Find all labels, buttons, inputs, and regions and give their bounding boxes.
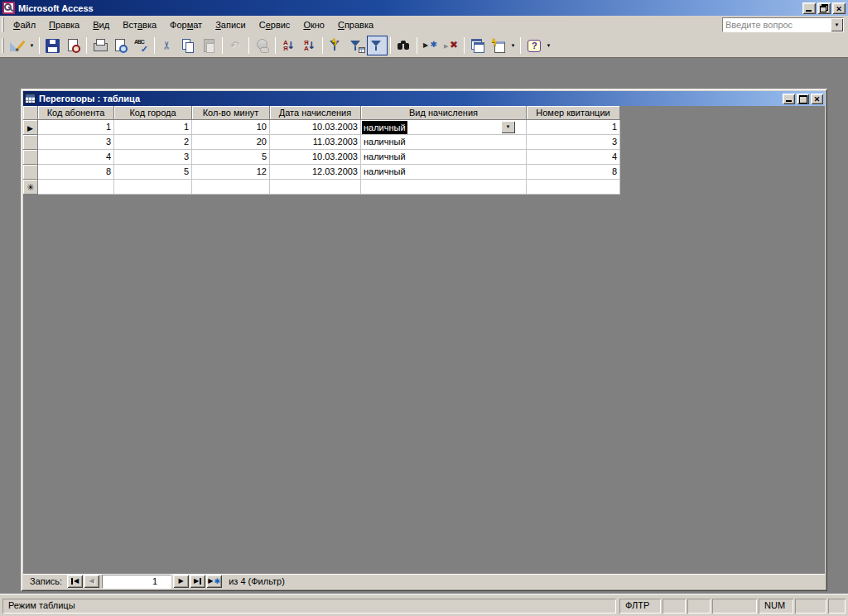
- table-cell[interactable]: 1: [527, 120, 620, 135]
- apply-filter-button[interactable]: [367, 36, 388, 55]
- toolbar-grip[interactable]: [2, 38, 4, 53]
- column-header[interactable]: Код абонента: [38, 106, 114, 120]
- row-selector[interactable]: [23, 180, 38, 195]
- menu-tools[interactable]: Сервис: [253, 17, 297, 32]
- table-cell[interactable]: 1: [38, 120, 114, 135]
- column-header[interactable]: Вид начисления: [361, 106, 527, 120]
- sort-descending-button[interactable]: [299, 36, 320, 55]
- previous-record-button[interactable]: [84, 575, 99, 588]
- table-cell[interactable]: 8: [527, 165, 620, 180]
- first-record-button[interactable]: [67, 575, 83, 588]
- row-selector[interactable]: [23, 120, 38, 135]
- menu-format[interactable]: Формат: [163, 17, 209, 32]
- save-button[interactable]: [42, 36, 63, 55]
- help-button[interactable]: [523, 36, 544, 55]
- table-cell[interactable]: 12: [192, 165, 270, 180]
- database-window-button[interactable]: [467, 36, 488, 55]
- current-record-icon: [27, 123, 33, 132]
- select-all-corner[interactable]: [23, 106, 38, 120]
- table-cell[interactable]: 3: [114, 150, 192, 165]
- last-record-button[interactable]: [190, 575, 205, 588]
- column-header[interactable]: Кол-во минут: [192, 106, 270, 120]
- table-cell[interactable]: [114, 180, 192, 195]
- chevron-down-icon[interactable]: [831, 18, 843, 31]
- document-titlebar[interactable]: Переговоры : таблица: [23, 91, 825, 106]
- table-cell[interactable]: 3: [38, 135, 114, 150]
- help-dropdown-button[interactable]: [544, 36, 553, 55]
- filter-funnel-icon: [370, 39, 384, 53]
- new-object-button[interactable]: [488, 36, 508, 55]
- table-cell[interactable]: наличный: [361, 150, 527, 165]
- undo-button[interactable]: [225, 36, 246, 55]
- cut-button[interactable]: [157, 36, 178, 55]
- table-cell-combo[interactable]: наличный: [361, 120, 527, 135]
- doc-maximize-button[interactable]: [797, 94, 809, 104]
- record-number-input[interactable]: [102, 575, 171, 589]
- delete-record-button[interactable]: [441, 36, 461, 55]
- new-record-icon: [208, 577, 220, 585]
- restore-button[interactable]: [817, 2, 831, 14]
- table-cell[interactable]: [270, 180, 361, 195]
- ask-question-box[interactable]: [722, 17, 844, 32]
- insert-hyperlink-button[interactable]: [252, 36, 272, 55]
- table-cell[interactable]: наличный: [361, 135, 527, 150]
- table-cell[interactable]: [38, 180, 114, 195]
- doc-minimize-button[interactable]: [783, 94, 795, 104]
- menu-insert[interactable]: Вставка: [116, 17, 163, 32]
- column-header[interactable]: Номер квитанции: [527, 106, 620, 120]
- filter-by-selection-button[interactable]: [325, 36, 346, 55]
- new-object-dropdown-button[interactable]: [508, 36, 518, 55]
- column-header[interactable]: Код города: [114, 106, 192, 120]
- table-cell[interactable]: 4: [527, 150, 620, 165]
- table-cell[interactable]: 8: [38, 165, 114, 180]
- filter-by-form-button[interactable]: [346, 36, 367, 55]
- doc-close-button[interactable]: [811, 94, 823, 104]
- menubar-grip[interactable]: [2, 17, 4, 32]
- table-cell[interactable]: 5: [114, 165, 192, 180]
- new-record-nav-button[interactable]: [206, 575, 222, 588]
- minimize-button[interactable]: [802, 2, 816, 14]
- paste-button[interactable]: [199, 36, 219, 55]
- print-preview-button[interactable]: [110, 36, 131, 55]
- table-cell[interactable]: [361, 180, 527, 195]
- menu-edit[interactable]: Правка: [42, 17, 86, 32]
- print-button[interactable]: [89, 36, 110, 55]
- row-selector[interactable]: [23, 150, 38, 165]
- spelling-button[interactable]: [131, 36, 152, 55]
- copy-button[interactable]: [178, 36, 199, 55]
- view-button[interactable]: [7, 36, 27, 55]
- table-cell[interactable]: 12.03.2003: [270, 165, 361, 180]
- table-cell[interactable]: 10: [192, 120, 270, 135]
- table-cell[interactable]: 1: [114, 120, 192, 135]
- row-selector[interactable]: [23, 165, 38, 180]
- table-cell[interactable]: 3: [527, 135, 620, 150]
- table-cell[interactable]: 11.03.2003: [270, 135, 361, 150]
- combo-dropdown-button[interactable]: [501, 121, 515, 133]
- row-selector[interactable]: [23, 135, 38, 150]
- toolbar-separator: [39, 37, 40, 54]
- table-cell[interactable]: наличный: [361, 165, 527, 180]
- menu-records[interactable]: Записи: [209, 17, 253, 32]
- menu-view[interactable]: Вид: [86, 17, 116, 32]
- find-button[interactable]: [393, 36, 414, 55]
- column-header[interactable]: Дата начисления: [270, 106, 361, 120]
- table-cell[interactable]: 10.03.2003: [270, 150, 361, 165]
- table-cell[interactable]: 10.03.2003: [270, 120, 361, 135]
- table-cell[interactable]: 20: [192, 135, 270, 150]
- next-record-button[interactable]: [173, 575, 189, 588]
- view-dropdown-button[interactable]: [27, 36, 36, 55]
- table-cell[interactable]: 5: [192, 150, 270, 165]
- menu-help[interactable]: Справка: [331, 17, 380, 32]
- menu-file[interactable]: Файл: [7, 17, 42, 32]
- new-record-button[interactable]: [420, 36, 441, 55]
- file-search-button[interactable]: [63, 36, 84, 55]
- table-cell[interactable]: 2: [114, 135, 192, 150]
- close-button[interactable]: [832, 2, 846, 14]
- sort-ascending-button[interactable]: [278, 36, 299, 55]
- table-cell[interactable]: [192, 180, 270, 195]
- table-cell[interactable]: [527, 180, 620, 195]
- table-cell[interactable]: 4: [38, 150, 114, 165]
- menu-window[interactable]: Окно: [296, 17, 331, 32]
- undo-icon: [229, 39, 243, 53]
- ask-question-input[interactable]: [723, 20, 831, 30]
